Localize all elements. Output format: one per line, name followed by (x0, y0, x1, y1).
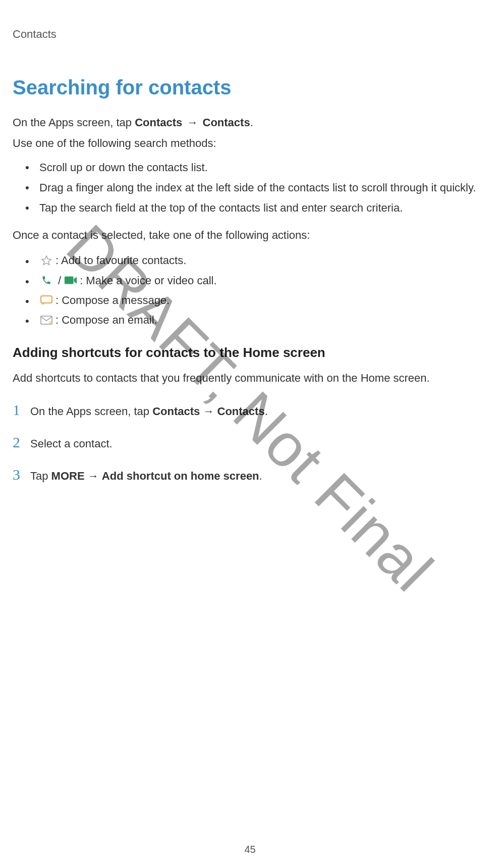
arrow-icon: → (203, 405, 214, 418)
step-text: Tap MORE → Add shortcut on home screen. (30, 468, 262, 484)
star-icon (39, 254, 53, 267)
intro1-bold1: Contacts (135, 116, 182, 129)
step-pre: On the Apps screen, tap (30, 405, 152, 418)
action-label: : Add to favourite contacts. (55, 251, 186, 270)
list-item: / : Make a voice or video call. (25, 271, 487, 290)
action-label: : Make a voice or video call. (80, 271, 216, 290)
sub-intro: Add shortcuts to contacts that you frequ… (13, 370, 487, 386)
step-text: Select a contact. (30, 435, 113, 452)
message-icon (39, 294, 53, 307)
step-post: . (259, 470, 262, 482)
step-bold2: Contacts (217, 405, 265, 418)
actions-list: : Add to favourite contacts. / : Make a … (25, 251, 487, 330)
intro1-pre: On the Apps screen, tap (13, 116, 135, 129)
step-post: . (265, 405, 268, 418)
action-label: : Compose a message. (55, 291, 170, 310)
phone-icon (39, 274, 53, 287)
step-number: 2 (13, 434, 30, 451)
list-item: : Compose a message. (25, 291, 487, 310)
step-bold1: MORE (51, 470, 85, 482)
list-item: Tap the search field at the top of the c… (25, 199, 487, 217)
arrow-icon: → (187, 116, 198, 129)
section-label: Contacts (13, 28, 57, 40)
step-bold1: Contacts (152, 405, 200, 418)
list-item: : Add to favourite contacts. (25, 251, 487, 270)
search-methods-list: Scroll up or down the contacts list. Dra… (25, 159, 487, 217)
step-1: 1 On the Apps screen, tap Contacts → Con… (13, 401, 487, 420)
arrow-icon: → (88, 470, 99, 482)
step-pre: Tap (30, 470, 51, 482)
svg-rect-0 (65, 277, 74, 284)
intro-line-3: Once a contact is selected, take one of … (13, 227, 487, 243)
sub-heading: Adding shortcuts for contacts to the Hom… (13, 345, 487, 361)
step-number: 3 (13, 466, 30, 483)
email-icon: @ (39, 314, 53, 327)
intro1-post: . (250, 116, 253, 129)
step-bold2: Add shortcut on home screen (102, 470, 259, 482)
intro-line-1: On the Apps screen, tap Contacts → Conta… (13, 114, 487, 131)
step-text: On the Apps screen, tap Contacts → Conta… (30, 403, 268, 420)
page-header: Contacts (13, 28, 487, 41)
svg-rect-1 (41, 296, 52, 303)
video-icon (64, 274, 78, 287)
step-3: 3 Tap MORE → Add shortcut on home screen… (13, 466, 487, 484)
step-2: 2 Select a contact. (13, 434, 487, 452)
list-item: @ : Compose an email. (25, 311, 487, 329)
list-item: Drag a finger along the index at the lef… (25, 179, 487, 196)
action-label: : Compose an email. (55, 311, 157, 329)
svg-text:@: @ (49, 320, 52, 325)
intro1-bold2: Contacts (203, 116, 250, 129)
main-heading: Searching for contacts (13, 76, 487, 99)
page-number: 45 (244, 844, 255, 855)
list-item: Scroll up or down the contacts list. (25, 159, 487, 176)
intro-line-2: Use one of the following search methods: (13, 135, 487, 151)
slash-separator: / (58, 271, 61, 290)
step-number: 1 (13, 401, 30, 419)
